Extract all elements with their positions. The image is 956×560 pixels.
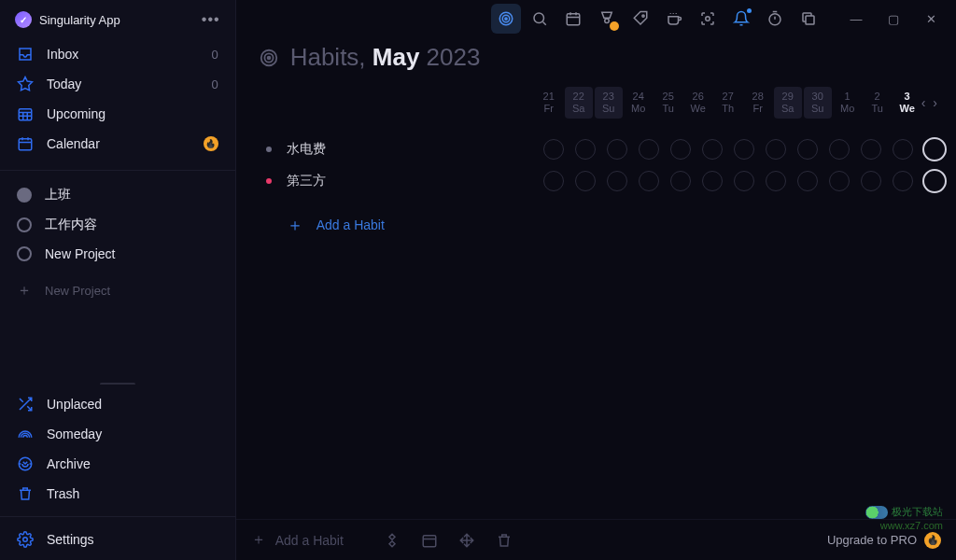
add-habit-button[interactable]: ＋Add a Habit (259, 197, 937, 236)
toolbar-habits-button[interactable] (491, 4, 521, 34)
sidebar-item-archive[interactable]: Archive (7, 449, 228, 479)
sidebar-item-label: Inbox (47, 47, 198, 62)
habit-day-toggle[interactable] (762, 136, 790, 162)
calendar-day[interactable]: 28Fr (744, 87, 772, 119)
habit-day-toggle[interactable] (825, 136, 853, 162)
calendar-day[interactable]: 25Tu (654, 87, 682, 119)
habit-day-toggle[interactable] (730, 168, 758, 194)
window-maximize-button[interactable]: ▢ (876, 6, 911, 32)
sidebar-item-calendar[interactable]: Calendar (7, 129, 228, 159)
calendar-day[interactable]: 27Th (714, 87, 742, 119)
toolbar-calendar-button[interactable] (558, 4, 588, 34)
habit-day-toggle[interactable] (698, 136, 726, 162)
calendar-day[interactable]: 26We (684, 87, 712, 119)
upgrade-pro-button[interactable]: Upgrade to PRO (827, 532, 941, 549)
bottombar-sort-button[interactable] (377, 525, 407, 555)
project-item[interactable]: 上班 (7, 180, 228, 210)
toolbar-copy-button[interactable] (794, 4, 823, 34)
fire-badge-icon (610, 21, 619, 31)
sidebar-item-today[interactable]: Today 0 (7, 69, 228, 99)
sidebar-item-label: Upcoming (47, 106, 218, 121)
habit-day-toggle[interactable] (635, 136, 663, 162)
habit-day-toggle[interactable] (571, 168, 599, 194)
bottombar-calendar-button[interactable] (415, 525, 444, 555)
habit-day-toggle[interactable] (921, 168, 949, 194)
svg-rect-0 (19, 109, 32, 120)
sidebar: Singularity App ••• Inbox 0 Today 0 Upco… (0, 0, 236, 560)
habit-day-toggle[interactable] (794, 168, 822, 194)
count-badge: 0 (211, 77, 218, 91)
habit-day-toggle[interactable] (603, 168, 631, 194)
calendar-day[interactable]: 1Mo (834, 87, 862, 119)
sidebar-more-button[interactable]: ••• (202, 11, 220, 28)
toolbar-timer-button[interactable] (760, 4, 790, 34)
habit-row[interactable]: 第三方 (259, 165, 937, 197)
calendar-day[interactable]: 24Mo (625, 87, 653, 119)
habit-day-toggle[interactable] (794, 136, 822, 162)
toolbar-award-button[interactable] (592, 4, 622, 34)
calendar-day[interactable]: 3We (893, 87, 921, 119)
window-close-button[interactable]: ✕ (913, 6, 949, 32)
sidebar-item-unplaced[interactable]: Unplaced (7, 389, 228, 419)
sidebar-item-label: Archive (47, 456, 218, 471)
notification-dot-icon (747, 8, 752, 13)
habit-color-dot (266, 178, 272, 184)
habit-day-toggle[interactable] (825, 168, 853, 194)
calendar-day[interactable]: 22Sa (565, 87, 593, 119)
sidebar-settings[interactable]: Settings (7, 525, 228, 554)
toolbar-search-button[interactable] (525, 4, 555, 34)
habit-day-toggle[interactable] (667, 168, 695, 194)
calendar-day[interactable]: 29Sa (774, 87, 802, 119)
toolbar-notifications-button[interactable] (726, 4, 756, 34)
project-item[interactable]: 工作内容 (7, 210, 228, 240)
window-minimize-button[interactable]: — (838, 6, 874, 32)
sidebar-drag-handle[interactable] (0, 379, 235, 387)
habit-day-toggle[interactable] (540, 136, 568, 162)
habit-day-toggle[interactable] (762, 168, 790, 194)
habit-day-toggle[interactable] (857, 168, 885, 194)
bottombar-move-button[interactable] (452, 525, 482, 555)
habit-day-toggle[interactable] (603, 136, 631, 162)
toolbar-focus-button[interactable] (693, 4, 723, 34)
sidebar-item-inbox[interactable]: Inbox 0 (7, 39, 228, 69)
habit-day-toggle[interactable] (921, 136, 949, 162)
fire-badge-icon (924, 532, 941, 549)
calendar-day[interactable]: 30Su (804, 87, 832, 119)
habit-day-toggle[interactable] (667, 136, 695, 162)
shuffle-icon (17, 396, 34, 413)
habit-day-toggle[interactable] (635, 168, 663, 194)
calendar-day[interactable]: 2Tu (864, 87, 892, 119)
svg-rect-1 (19, 139, 32, 150)
fire-badge-icon (204, 136, 218, 151)
habit-day-toggle[interactable] (698, 168, 726, 194)
project-label: 工作内容 (45, 217, 218, 233)
habit-day-toggle[interactable] (540, 168, 568, 194)
toolbar-coffee-button[interactable] (659, 4, 689, 34)
habit-day-toggle[interactable] (571, 136, 599, 162)
bottombar-add-habit-button[interactable]: ＋ Add a Habit (251, 530, 344, 550)
sidebar-item-label: Unplaced (47, 397, 218, 412)
plus-icon: ＋ (17, 281, 32, 301)
calendar-day[interactable]: 21Fr (535, 87, 563, 119)
calendar-day[interactable]: 23Su (595, 87, 623, 119)
calendar-grid-icon (17, 105, 34, 122)
new-project-button[interactable]: ＋ New Project (0, 272, 235, 310)
calendar-next-button[interactable]: › (933, 95, 937, 110)
sidebar-item-upcoming[interactable]: Upcoming (7, 99, 228, 129)
habit-day-toggle[interactable] (889, 168, 917, 194)
svg-point-9 (605, 19, 610, 23)
habit-row[interactable]: 水电费 (259, 133, 937, 165)
calendar-prev-button[interactable]: ‹ (921, 95, 926, 110)
bottombar-add-habit-label: Add a Habit (275, 533, 344, 548)
main-panel: — ▢ ✕ Habits, May 2023 21Fr22Sa23Su24Mo2… (236, 0, 956, 560)
project-item[interactable]: New Project (7, 240, 228, 268)
upgrade-label: Upgrade to PRO (827, 533, 917, 547)
bottombar-delete-button[interactable] (489, 525, 519, 555)
habit-day-toggle[interactable] (857, 136, 885, 162)
svg-point-16 (267, 56, 270, 59)
habit-day-toggle[interactable] (889, 136, 917, 162)
habit-day-toggle[interactable] (730, 136, 758, 162)
toolbar-tag-button[interactable] (626, 4, 655, 34)
sidebar-item-someday[interactable]: Someday (7, 419, 228, 449)
sidebar-item-trash[interactable]: Trash (7, 479, 228, 509)
